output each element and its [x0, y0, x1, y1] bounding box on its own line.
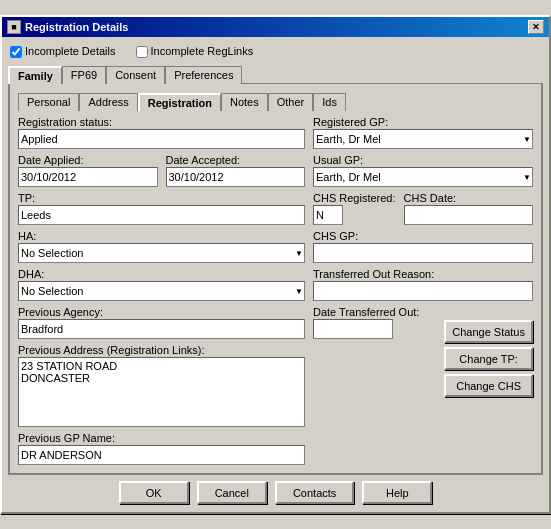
ha-group: HA: No Selection [18, 230, 305, 263]
dha-label: DHA: [18, 268, 305, 280]
tab-registration[interactable]: Registration [138, 93, 221, 111]
tp-input[interactable] [18, 205, 305, 225]
change-tp-button[interactable]: Change TP: [444, 347, 533, 370]
registration-details-window: ■ Registration Details ✕ Incomplete Deta… [0, 15, 551, 514]
change-status-button[interactable]: Change Status [444, 320, 533, 343]
previous-agency-group: Previous Agency: [18, 306, 305, 339]
tab-notes[interactable]: Notes [221, 93, 268, 111]
registration-status-group: Registration status: [18, 116, 305, 149]
ha-select[interactable]: No Selection [18, 243, 305, 263]
chs-date-input[interactable] [404, 205, 533, 225]
previous-agency-input[interactable] [18, 319, 305, 339]
tab-family[interactable]: Family [8, 66, 62, 84]
dha-group: DHA: No Selection [18, 268, 305, 301]
incomplete-reglinks-label: Incomplete RegLinks [151, 45, 254, 57]
date-applied-input[interactable] [18, 167, 158, 187]
prev-address-group: Previous Address (Registration Links): 2… [18, 344, 305, 427]
right-column: Registered GP: Earth, Dr Mel Usual GP: [313, 116, 533, 465]
tab-personal[interactable]: Personal [18, 93, 79, 111]
tp-group: TP: [18, 192, 305, 225]
tab-preferences[interactable]: Preferences [165, 66, 242, 84]
ha-select-wrapper: No Selection [18, 243, 305, 263]
window-icon: ■ [7, 20, 21, 34]
bottom-button-bar: OK Cancel Contacts Help [8, 475, 543, 506]
registration-form: Registration status: Date Applied: Date … [18, 116, 533, 465]
registered-gp-label: Registered GP: [313, 116, 533, 128]
chs-group: CHS Registered: CHS Date: [313, 192, 533, 225]
previous-gp-name-group: Previous GP Name: [18, 432, 305, 465]
date-accepted-group: Date Accepted: [166, 154, 306, 187]
incomplete-details-checkbox[interactable] [10, 46, 22, 58]
close-button[interactable]: ✕ [528, 20, 544, 34]
transferred-out-reason-group: Transferred Out Reason: [313, 268, 533, 301]
transferred-out-reason-label: Transferred Out Reason: [313, 268, 533, 280]
date-transferred-out-input[interactable] [313, 319, 393, 339]
chs-registered-label: CHS Registered: [313, 192, 396, 204]
tab-other[interactable]: Other [268, 93, 314, 111]
checkbox-row: Incomplete Details Incomplete RegLinks [8, 43, 543, 60]
registration-status-label: Registration status: [18, 116, 305, 128]
incomplete-details-label: Incomplete Details [25, 45, 116, 57]
registered-gp-select-wrapper: Earth, Dr Mel [313, 129, 533, 149]
registration-status-input[interactable] [18, 129, 305, 149]
registered-gp-select[interactable]: Earth, Dr Mel [313, 129, 533, 149]
chs-date-label: CHS Date: [404, 192, 533, 204]
prev-address-textarea[interactable]: 23 STATION ROAD DONCASTER [18, 357, 305, 427]
date-accepted-input[interactable] [166, 167, 306, 187]
transferred-out-row: Date Transferred Out: Change Status Chan… [313, 306, 533, 397]
usual-gp-group: Usual GP: Earth, Dr Mel [313, 154, 533, 187]
help-button[interactable]: Help [362, 481, 432, 504]
usual-gp-select[interactable]: Earth, Dr Mel [313, 167, 533, 187]
title-bar: ■ Registration Details ✕ [2, 17, 549, 37]
contacts-button[interactable]: Contacts [275, 481, 354, 504]
date-accepted-label: Date Accepted: [166, 154, 306, 166]
chs-registered-group: CHS Registered: [313, 192, 396, 225]
chs-gp-label: CHS GP: [313, 230, 533, 242]
usual-gp-label: Usual GP: [313, 154, 533, 166]
change-chs-button[interactable]: Change CHS [444, 374, 533, 397]
transferred-out-reason-input[interactable] [313, 281, 533, 301]
cancel-button[interactable]: Cancel [197, 481, 267, 504]
window-title: Registration Details [25, 21, 128, 33]
chs-gp-group: CHS GP: [313, 230, 533, 263]
outer-tab-bar: Family FP69 Consent Preferences [8, 65, 543, 83]
incomplete-reglinks-item: Incomplete RegLinks [136, 45, 254, 58]
date-applied-group: Date Applied: [18, 154, 158, 187]
ha-label: HA: [18, 230, 305, 242]
date-transferred-out-label: Date Transferred Out: [313, 306, 436, 318]
dha-select-wrapper: No Selection [18, 281, 305, 301]
dates-row: Date Applied: Date Accepted: [18, 154, 305, 187]
date-transferred-out-group: Date Transferred Out: [313, 306, 436, 339]
chs-date-group: CHS Date: [404, 192, 533, 225]
chs-registered-input[interactable] [313, 205, 343, 225]
tab-ids[interactable]: Ids [313, 93, 346, 111]
usual-gp-select-wrapper: Earth, Dr Mel [313, 167, 533, 187]
dha-select[interactable]: No Selection [18, 281, 305, 301]
tab-fp69[interactable]: FP69 [62, 66, 106, 84]
previous-agency-label: Previous Agency: [18, 306, 305, 318]
incomplete-reglinks-checkbox[interactable] [136, 46, 148, 58]
chs-gp-input[interactable] [313, 243, 533, 263]
left-column: Registration status: Date Applied: Date … [18, 116, 305, 465]
previous-gp-name-label: Previous GP Name: [18, 432, 305, 444]
inner-tab-bar: Personal Address Registration Notes Othe… [18, 92, 533, 110]
window-body: Incomplete Details Incomplete RegLinks F… [2, 37, 549, 512]
date-applied-label: Date Applied: [18, 154, 158, 166]
prev-address-label: Previous Address (Registration Links): [18, 344, 305, 356]
tab-consent[interactable]: Consent [106, 66, 165, 84]
registered-gp-group: Registered GP: Earth, Dr Mel [313, 116, 533, 149]
tab-address[interactable]: Address [79, 93, 137, 111]
tp-label: TP: [18, 192, 305, 204]
incomplete-details-item: Incomplete Details [10, 45, 116, 58]
tab-content-area: Personal Address Registration Notes Othe… [8, 83, 543, 475]
action-buttons: Change Status Change TP: Change CHS [444, 320, 533, 397]
previous-gp-name-input[interactable] [18, 445, 305, 465]
ok-button[interactable]: OK [119, 481, 189, 504]
